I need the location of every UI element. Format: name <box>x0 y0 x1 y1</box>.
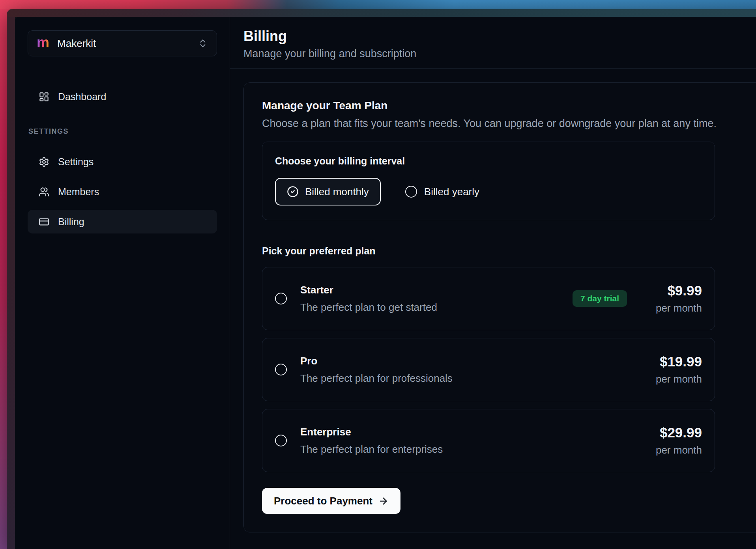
main-area: Billing Manage your billing and subscrip… <box>230 17 756 549</box>
sidebar-item-billing[interactable]: Billing <box>28 210 217 233</box>
plan-list: Starter The perfect plan to get started … <box>262 267 754 472</box>
team-plan-card-description: Choose a plan that fits your team's need… <box>262 118 754 130</box>
radio-unchecked-icon <box>405 186 417 198</box>
team-plan-card-title: Manage your Team Plan <box>262 99 754 112</box>
sidebar-nav: Dashboard SETTINGS Settings Members <box>28 85 217 233</box>
price-block: $19.99 per month <box>643 354 702 385</box>
plan-name: Starter <box>300 284 437 296</box>
sidebar-item-members[interactable]: Members <box>28 180 217 204</box>
price-block: $9.99 per month <box>643 283 702 314</box>
billing-interval-label: Choose your billing interval <box>275 155 702 167</box>
plan-description: The perfect plan to get started <box>300 301 437 314</box>
plan-name: Enterprise <box>300 426 443 438</box>
plan-period: per month <box>643 373 702 385</box>
proceed-to-payment-label: Proceed to Payment <box>274 495 372 507</box>
sidebar-item-label: Settings <box>58 156 94 168</box>
plan-pricing: $19.99 per month <box>643 354 702 385</box>
arrow-right-icon <box>378 496 389 506</box>
proceed-to-payment-button[interactable]: Proceed to Payment <box>262 488 400 514</box>
team-plan-card: Manage your Team Plan Choose a plan that… <box>243 82 756 532</box>
billed-monthly-option[interactable]: Billed monthly <box>275 178 381 205</box>
radio-unchecked-icon[interactable] <box>275 293 287 304</box>
credit-card-icon <box>39 217 49 227</box>
plan-price: $9.99 <box>643 283 702 299</box>
page-title: Billing <box>243 28 756 44</box>
plan-pricing: $29.99 per month <box>643 425 702 456</box>
plan-description: The perfect plan for professionals <box>300 372 453 385</box>
plan-row-enterprise[interactable]: Enterprise The perfect plan for enterpri… <box>262 409 715 472</box>
plan-period: per month <box>643 302 702 314</box>
plan-row-pro[interactable]: Pro The perfect plan for professionals $… <box>262 338 715 401</box>
billed-yearly-option[interactable]: Billed yearly <box>405 186 479 198</box>
sidebar: m Makerkit Dashboard SETTINGS <box>15 17 230 549</box>
workspace-selector[interactable]: m Makerkit <box>28 30 217 56</box>
sidebar-item-settings[interactable]: Settings <box>28 150 217 174</box>
plan-pricing: 7 day trial $9.99 per month <box>573 283 702 314</box>
plan-price: $19.99 <box>643 354 702 370</box>
plan-info: Starter The perfect plan to get started <box>300 284 437 314</box>
plan-price: $29.99 <box>643 425 702 441</box>
sidebar-item-label: Members <box>58 186 99 198</box>
page-header: Billing Manage your billing and subscrip… <box>230 17 756 69</box>
plan-description: The perfect plan for enterprises <box>300 443 443 456</box>
billing-interval-card: Choose your billing interval Billed mont… <box>262 142 715 220</box>
gear-icon <box>39 157 49 167</box>
sidebar-item-dashboard[interactable]: Dashboard <box>28 85 217 108</box>
radio-unchecked-icon[interactable] <box>275 364 287 375</box>
plan-period: per month <box>643 444 702 456</box>
sidebar-item-label: Billing <box>58 216 84 228</box>
plan-name: Pro <box>300 355 453 367</box>
circle-check-icon <box>287 186 299 198</box>
radio-unchecked-icon[interactable] <box>275 435 287 446</box>
plan-row-starter[interactable]: Starter The perfect plan to get started … <box>262 267 715 330</box>
billed-monthly-label: Billed monthly <box>305 186 369 198</box>
page-content: Manage your Team Plan Choose a plan that… <box>230 69 756 532</box>
page-subtitle: Manage your billing and subscription <box>243 48 756 60</box>
app-window: m Makerkit Dashboard SETTINGS <box>7 9 756 549</box>
chevrons-up-down-icon <box>198 38 208 49</box>
dashboard-icon <box>39 92 49 102</box>
plan-info: Pro The perfect plan for professionals <box>300 355 453 385</box>
makerkit-logo: m <box>37 35 49 50</box>
app-surface: m Makerkit Dashboard SETTINGS <box>15 17 756 549</box>
price-block: $29.99 per month <box>643 425 702 456</box>
workspace-name: Makerkit <box>57 37 96 50</box>
billing-interval-options: Billed monthly Billed yearly <box>275 178 702 205</box>
desktop-wallpaper <box>0 0 756 9</box>
sidebar-section-settings: SETTINGS <box>28 127 217 136</box>
plans-label: Pick your preferred plan <box>262 245 754 257</box>
users-icon <box>39 187 49 197</box>
trial-badge: 7 day trial <box>573 290 627 307</box>
plan-info: Enterprise The perfect plan for enterpri… <box>300 426 443 456</box>
billed-yearly-label: Billed yearly <box>424 186 479 198</box>
sidebar-item-label: Dashboard <box>58 91 106 103</box>
